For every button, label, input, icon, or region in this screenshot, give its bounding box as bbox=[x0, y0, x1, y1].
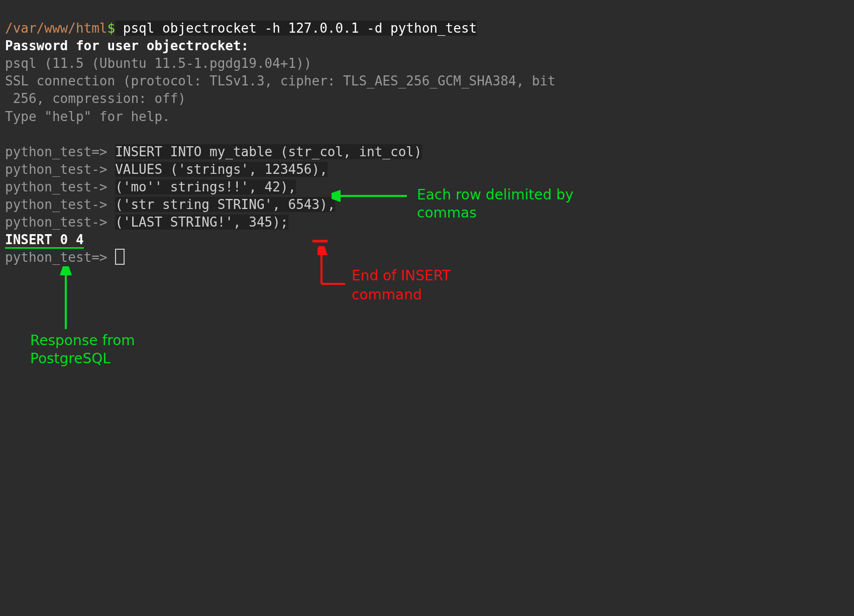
annotation-end-insert: End of INSERTcommand bbox=[352, 266, 451, 304]
sql-line-3: python_test-> ('mo'' strings!!', 42), bbox=[5, 179, 296, 194]
sql-text: VALUES ('strings', 123456), bbox=[115, 162, 328, 177]
password-line: Password for user objectrocket: bbox=[5, 38, 249, 53]
insert-result: INSERT 0 4 bbox=[5, 232, 84, 249]
cwd-path: /var/www/html bbox=[5, 21, 108, 36]
terminal-output: /var/www/html$ psql objectrocket -h 127.… bbox=[0, 0, 854, 268]
psql-prompt: python_test=> bbox=[5, 144, 115, 159]
prompt-line[interactable]: /var/www/html$ psql objectrocket -h 127.… bbox=[5, 21, 477, 36]
psql-prompt-cont: python_test-> bbox=[5, 197, 115, 212]
sql-text: ('LAST STRING!', 345); bbox=[115, 215, 288, 230]
prompt-dollar: $ bbox=[108, 21, 116, 36]
next-prompt[interactable]: python_test=> bbox=[5, 250, 125, 265]
psql-version: psql (11.5 (Ubuntu 11.5-1.pgdg19.04+1)) bbox=[5, 56, 311, 71]
ssl-line-1: SSL connection (protocol: TLSv1.3, ciphe… bbox=[5, 73, 556, 88]
sql-text: ('mo'' strings!!', 42), bbox=[115, 179, 296, 194]
sql-line-4: python_test-> ('str string STRING', 6543… bbox=[5, 197, 335, 212]
arrow-response-icon bbox=[58, 266, 73, 334]
annotation-response: Response fromPostgreSQL bbox=[30, 332, 135, 368]
cursor-icon bbox=[115, 249, 125, 265]
sql-line-2: python_test-> VALUES ('strings', 123456)… bbox=[5, 162, 328, 177]
insert-result-text: INSERT 0 4 bbox=[5, 232, 84, 249]
annotation-commas: Each row delimited bycommas bbox=[417, 186, 574, 223]
sql-text: ('str string STRING', 6543), bbox=[115, 197, 335, 212]
psql-prompt: python_test=> bbox=[5, 250, 115, 265]
sql-line-1: python_test=> INSERT INTO my_table (str_… bbox=[5, 144, 422, 159]
sql-text: INSERT INTO my_table (str_col, int_col) bbox=[115, 144, 421, 159]
help-line: Type "help" for help. bbox=[5, 109, 170, 124]
ssl-line-2: 256, compression: off) bbox=[5, 91, 186, 106]
sql-line-5: python_test-> ('LAST STRING!', 345); bbox=[5, 215, 288, 230]
psql-prompt-cont: python_test-> bbox=[5, 162, 115, 177]
psql-prompt-cont: python_test-> bbox=[5, 215, 115, 230]
psql-prompt-cont: python_test-> bbox=[5, 179, 115, 194]
command-text: psql objectrocket -h 127.0.0.1 -d python… bbox=[115, 21, 477, 36]
